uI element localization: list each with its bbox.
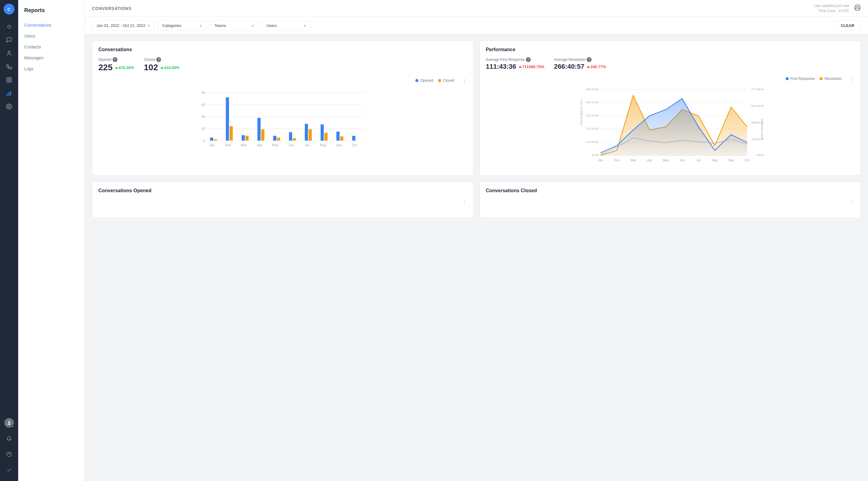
users-filter[interactable]: Users ▾ bbox=[262, 21, 310, 31]
svg-point-8 bbox=[8, 106, 10, 107]
sidebar-item-reports[interactable] bbox=[3, 87, 15, 99]
legend-resolution: Resolution bbox=[819, 76, 842, 81]
svg-text:444:26:40: 444:26:40 bbox=[586, 101, 598, 104]
sidebar-item-conversations[interactable] bbox=[3, 34, 15, 46]
sidebar-item-checkmark[interactable] bbox=[3, 464, 15, 476]
svg-rect-7 bbox=[10, 91, 11, 96]
print-icon[interactable] bbox=[854, 4, 861, 12]
last-updated: Last updated just now Time Zone - 0 UTC bbox=[814, 3, 849, 13]
sidebar-item-notifications[interactable] bbox=[3, 61, 15, 73]
chevron-down-icon: ▾ bbox=[252, 24, 254, 28]
svg-rect-37 bbox=[321, 124, 323, 141]
svg-text:222:13:20: 222:13:20 bbox=[586, 127, 598, 130]
up-arrow-icon bbox=[115, 67, 118, 69]
svg-text:60: 60 bbox=[202, 103, 205, 106]
conversations-card: Conversations Opened ? 225 878.26% bbox=[92, 40, 473, 175]
left-navigation: Reports Conversations Users Contacts Mes… bbox=[18, 0, 85, 481]
svg-text:Mar: Mar bbox=[630, 159, 636, 162]
svg-text:May: May bbox=[663, 159, 669, 162]
sidebar-item-user-profile[interactable] bbox=[3, 417, 15, 429]
main-cards-row: Conversations Opened ? 225 878.26% bbox=[92, 40, 861, 175]
svg-text:80: 80 bbox=[202, 91, 205, 94]
page-title: CONVERSATIONS bbox=[92, 6, 131, 11]
svg-text:Sep: Sep bbox=[728, 159, 734, 162]
svg-rect-26 bbox=[229, 126, 232, 141]
svg-rect-41 bbox=[352, 136, 355, 141]
conversations-stats: Opened ? 225 878.26% bbox=[98, 57, 467, 72]
clear-button[interactable]: CLEAR bbox=[834, 21, 861, 31]
line-chart: 555:33:20 444:26:40 333:20:00 222:13:20 … bbox=[486, 85, 855, 169]
svg-text:555:33:20: 555:33:20 bbox=[586, 88, 598, 91]
more-options-icon[interactable]: ⋮ bbox=[462, 198, 467, 205]
svg-text:Mar: Mar bbox=[241, 143, 247, 147]
nav-item-messages[interactable]: Messages bbox=[18, 52, 85, 63]
svg-text:Jan: Jan bbox=[209, 143, 215, 147]
avg-first-response-stat: Average First Response ? 111:43:36 71158… bbox=[486, 57, 545, 70]
svg-text:Jul: Jul bbox=[305, 143, 309, 147]
performance-card-title: Performance bbox=[486, 47, 855, 52]
svg-text:Jul: Jul bbox=[696, 159, 700, 162]
svg-text:583:20:00: 583:20:00 bbox=[751, 104, 764, 107]
categories-filter[interactable]: Categories ▾ bbox=[158, 21, 206, 31]
more-options-icon[interactable]: ⋮ bbox=[462, 77, 467, 84]
sidebar-item-contacts[interactable] bbox=[3, 47, 15, 59]
nav-item-conversations[interactable]: Conversations bbox=[18, 20, 85, 31]
conversations-closed-title: Conversations Closed bbox=[486, 188, 855, 193]
help-icon: ? bbox=[587, 57, 592, 62]
sidebar-item-dashboard[interactable]: ⊙ bbox=[3, 21, 15, 33]
date-range-filter[interactable]: Jan 01, 2022 - Oct 21, 2022 ▾ bbox=[92, 21, 154, 31]
sidebar-item-bell[interactable] bbox=[3, 432, 15, 445]
sidebar-item-settings[interactable] bbox=[3, 100, 15, 113]
sidebar-item-help[interactable] bbox=[3, 448, 15, 460]
chevron-down-icon: ▾ bbox=[304, 24, 306, 28]
filters-bar: Jan 01, 2022 - Oct 21, 2022 ▾ Categories… bbox=[85, 17, 868, 34]
avg-resolution-stat: Average Resolution ? 266:40:57 248.77% bbox=[554, 57, 606, 70]
svg-text:Jun: Jun bbox=[679, 159, 685, 162]
svg-text:Apr: Apr bbox=[257, 143, 262, 147]
conversations-opened-card: Conversations Opened ⋮ bbox=[92, 182, 473, 218]
svg-rect-35 bbox=[305, 124, 308, 141]
svg-rect-5 bbox=[7, 94, 7, 96]
svg-text:Oct: Oct bbox=[352, 143, 358, 147]
svg-rect-30 bbox=[261, 129, 264, 141]
svg-text:Aug: Aug bbox=[320, 143, 326, 147]
svg-rect-34 bbox=[293, 138, 296, 141]
closed-stat: Closed ? 102 410.00% bbox=[144, 57, 180, 72]
up-arrow-icon bbox=[519, 66, 522, 68]
nav-item-contacts[interactable]: Contacts bbox=[18, 41, 85, 52]
legend-first-response: First Response bbox=[786, 76, 815, 81]
performance-chart-legend: First Response Resolution ⋮ bbox=[486, 75, 855, 82]
legend-dot-resolution bbox=[819, 77, 823, 80]
svg-rect-32 bbox=[277, 138, 280, 141]
svg-rect-1 bbox=[7, 78, 9, 79]
svg-text:Resolution Time: Resolution Time bbox=[761, 119, 764, 139]
svg-text:Sep: Sep bbox=[336, 143, 342, 147]
svg-rect-36 bbox=[309, 129, 312, 141]
svg-text:0: 0 bbox=[204, 139, 205, 142]
conversations-opened-title: Conversations Opened bbox=[98, 188, 467, 193]
card-footer-closed: ⋮ bbox=[486, 198, 855, 205]
legend-closed: Closed bbox=[438, 78, 454, 83]
more-options-icon[interactable]: ⋮ bbox=[849, 75, 855, 82]
svg-rect-4 bbox=[10, 81, 11, 82]
topbar: CONVERSATIONS Last updated just now Time… bbox=[85, 0, 868, 17]
nav-item-logs[interactable]: Logs bbox=[18, 63, 85, 74]
svg-rect-3 bbox=[7, 81, 9, 82]
sidebar-item-integrations[interactable] bbox=[3, 74, 15, 86]
teams-filter[interactable]: Teams ▾ bbox=[210, 21, 258, 31]
nav-item-users[interactable]: Users bbox=[18, 31, 85, 41]
legend-dot-closed bbox=[438, 79, 441, 82]
up-arrow-icon bbox=[160, 67, 163, 69]
chevron-down-icon: ▾ bbox=[148, 24, 150, 28]
svg-rect-25 bbox=[226, 97, 229, 141]
svg-text:First Response Time: First Response Time bbox=[580, 99, 583, 125]
svg-text:00:00: 00:00 bbox=[756, 154, 764, 157]
svg-text:111:06:40: 111:06:40 bbox=[586, 140, 598, 143]
svg-text:Feb: Feb bbox=[614, 159, 619, 162]
svg-rect-24 bbox=[214, 139, 217, 141]
content-area: Conversations Opened ? 225 878.26% bbox=[85, 34, 868, 481]
more-options-icon[interactable]: ⋮ bbox=[849, 198, 855, 205]
legend-opened: Opened bbox=[415, 78, 433, 83]
svg-text:Feb: Feb bbox=[225, 143, 231, 147]
performance-card: Performance Average First Response ? 111… bbox=[479, 40, 861, 175]
